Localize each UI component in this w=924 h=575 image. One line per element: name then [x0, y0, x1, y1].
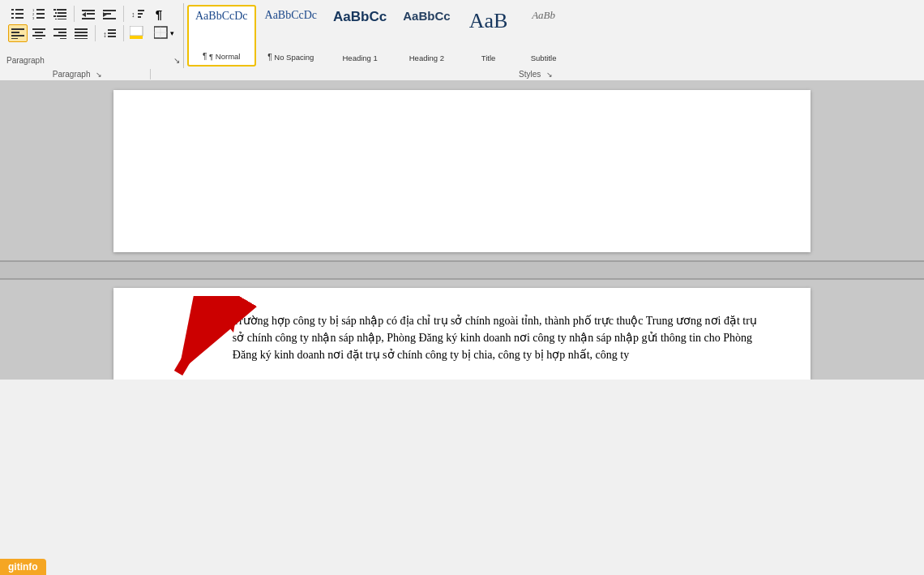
text-box-B: B. — [211, 312, 229, 330]
svg-rect-41 — [58, 32, 66, 33]
svg-rect-51 — [108, 36, 116, 37]
svg-rect-0 — [11, 9, 14, 11]
divider2 — [123, 6, 124, 22]
svg-rect-40 — [53, 28, 66, 30]
svg-rect-38 — [32, 35, 45, 36]
paragraph-expand-icon[interactable]: ↘ — [173, 56, 180, 65]
styles-grid: AaBbCcDc ¶ ¶ Normal AaBbCcDc ¶ No Spacin… — [187, 5, 568, 67]
sort-button[interactable]: ↕ — [128, 5, 148, 23]
style-heading1-label: Heading 1 — [343, 54, 378, 62]
svg-marker-21 — [82, 12, 86, 17]
style-normal-preview: AaBbCcDc — [195, 10, 248, 23]
divider3 — [95, 25, 96, 41]
svg-text:↕: ↕ — [131, 11, 135, 19]
svg-rect-45 — [75, 32, 88, 33]
paragraph-section-label: Paragraph ↘ — [5, 69, 151, 79]
styles-expand[interactable]: ↘ — [546, 71, 553, 79]
svg-rect-3 — [15, 13, 24, 15]
style-subtitle-label: Subtitle — [531, 54, 557, 62]
svg-rect-9 — [36, 13, 45, 15]
pilcrow-button[interactable]: ¶ — [149, 5, 169, 23]
svg-rect-18 — [55, 19, 57, 19]
svg-rect-12 — [53, 9, 56, 11]
page-separator — [0, 260, 924, 280]
svg-rect-31 — [138, 16, 141, 18]
upper-page — [113, 90, 811, 252]
svg-rect-36 — [32, 28, 45, 30]
multilevel-list-button[interactable] — [50, 5, 70, 23]
align-row: ↕ ▾ — [8, 24, 178, 42]
align-right-button[interactable] — [50, 24, 70, 42]
style-heading2[interactable]: AaBbCc Heading 2 — [396, 5, 457, 67]
styles-section: AaBbCcDc ¶ ¶ Normal AaBbCcDc ¶ No Spacin… — [184, 3, 921, 68]
svg-text:3: 3 — [32, 16, 35, 19]
bullet-list-button[interactable] — [8, 5, 28, 23]
paragraph-text[interactable]: Trường hợp công ty bị sáp nhập có địa ch… — [233, 312, 762, 363]
align-center-button[interactable] — [29, 24, 49, 42]
style-no-spacing-label: ¶ No Spacing — [267, 53, 314, 62]
upper-doc-area — [0, 82, 924, 260]
style-title-label: Title — [481, 54, 496, 62]
increase-indent-button[interactable] — [100, 5, 119, 23]
style-no-spacing-preview: AaBbCcDc — [265, 9, 318, 22]
text-row: B. Trường hợp công ty bị sáp nhập có địa… — [211, 312, 762, 363]
document-area: B. Trường hợp công ty bị sáp nhập có địa… — [0, 82, 924, 380]
svg-rect-46 — [75, 35, 88, 36]
paragraph-footer: Paragraph ↘ — [3, 54, 183, 67]
list-row: 123 ↕ ¶ — [8, 5, 178, 23]
lower-doc-area: B. Trường hợp công ty bị sáp nhập có địa… — [0, 280, 924, 380]
divider — [74, 6, 75, 22]
svg-rect-27 — [103, 18, 116, 19]
svg-rect-1 — [15, 9, 24, 11]
svg-rect-33 — [11, 32, 19, 33]
style-normal[interactable]: AaBbCcDc ¶ ¶ Normal — [187, 5, 256, 67]
style-subtitle-preview: AaBb — [532, 9, 555, 22]
svg-rect-39 — [36, 38, 42, 39]
style-heading2-preview: AaBbCc — [403, 9, 450, 23]
svg-rect-11 — [36, 17, 45, 19]
svg-rect-13 — [57, 9, 66, 11]
svg-rect-50 — [108, 32, 116, 34]
svg-rect-44 — [75, 28, 88, 30]
svg-rect-2 — [11, 13, 14, 15]
svg-rect-42 — [53, 35, 66, 36]
text-content-area: B. Trường hợp công ty bị sáp nhập có địa… — [162, 304, 762, 363]
svg-rect-34 — [11, 35, 24, 36]
svg-rect-43 — [60, 38, 66, 39]
svg-rect-24 — [103, 10, 116, 11]
svg-rect-26 — [103, 13, 111, 15]
svg-rect-22 — [87, 13, 95, 15]
svg-rect-37 — [35, 32, 43, 33]
svg-rect-47 — [75, 38, 88, 39]
svg-rect-30 — [138, 13, 143, 15]
para-expand[interactable]: ↘ — [96, 71, 102, 79]
svg-rect-17 — [57, 15, 66, 17]
line-spacing-button[interactable]: ↕ — [100, 24, 119, 42]
svg-rect-53 — [130, 36, 143, 39]
divider4 — [123, 25, 124, 41]
style-heading2-label: Heading 2 — [409, 54, 444, 62]
svg-rect-16 — [53, 15, 56, 17]
svg-rect-49 — [108, 29, 116, 31]
svg-rect-52 — [130, 26, 143, 36]
style-no-spacing[interactable]: AaBbCcDc ¶ No Spacing — [258, 5, 325, 67]
justify-button[interactable] — [71, 24, 91, 42]
style-heading1[interactable]: AaBbCc Heading 1 — [326, 5, 394, 67]
decrease-indent-button[interactable] — [79, 5, 98, 23]
style-normal-label: ¶ ¶ Normal — [203, 52, 240, 62]
svg-rect-7 — [36, 9, 45, 11]
numbered-list-button[interactable]: 123 — [29, 5, 49, 23]
style-title[interactable]: AaB Title — [460, 5, 518, 67]
shading-button[interactable] — [128, 24, 148, 42]
paragraph-section: 123 ↕ ¶ — [3, 3, 184, 68]
ribbon-labels-row: Paragraph ↘ Styles ↘ — [0, 68, 924, 80]
style-heading1-preview: AaBbCc — [333, 9, 387, 25]
style-subtitle[interactable]: AaBb Subtitle — [520, 5, 568, 67]
border-button[interactable]: ▾ — [149, 24, 178, 42]
svg-rect-29 — [138, 10, 144, 11]
align-left-button[interactable] — [8, 24, 28, 42]
svg-rect-14 — [55, 12, 57, 14]
paragraph-label: Paragraph — [6, 56, 45, 65]
style-title-preview: AaB — [469, 9, 508, 33]
styles-section-label: Styles ↘ — [152, 69, 919, 79]
